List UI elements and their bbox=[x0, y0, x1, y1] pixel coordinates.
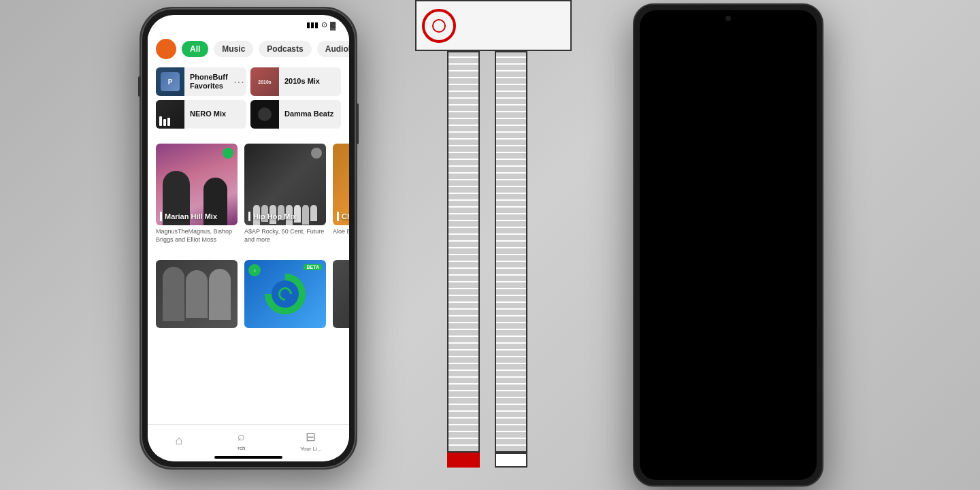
mix-thumbnail: Chill bbox=[333, 144, 349, 225]
battery-fill-pattern bbox=[448, 52, 478, 451]
playlist-thumbnail: ♪ BETA bbox=[244, 260, 326, 328]
timer-icon bbox=[422, 9, 456, 43]
battery-base-left bbox=[447, 453, 480, 468]
daily-icon-inner bbox=[272, 280, 299, 308]
status-icons: ▮▮▮ ⊙ ▓ bbox=[306, 20, 336, 29]
recent-grid: P PhoneBuffFavorites ⋯ 2010s 2010s Mix bbox=[148, 65, 349, 134]
title-bar-accent bbox=[337, 212, 339, 221]
mix-title-bar: Hip Hop Mix bbox=[248, 212, 322, 221]
right-device-label bbox=[919, 0, 980, 490]
battery-meter-left: // Generate segments via JS after render bbox=[446, 51, 481, 468]
mix-label-overlay: Marian Hill Mix bbox=[160, 212, 233, 221]
beta-badge: BETA bbox=[304, 264, 322, 270]
list-item[interactable]: Chill Aloe Bla... Kav Verh... bbox=[333, 144, 349, 244]
playlist-thumbnail: P bbox=[156, 67, 184, 96]
mix-title: Chill bbox=[342, 212, 349, 220]
mix-artists: Aloe Bla... Kav Verh... bbox=[333, 225, 349, 236]
playlist-thumbnail bbox=[250, 100, 279, 129]
battery-zero-label bbox=[496, 454, 526, 466]
list-item[interactable]: 2010s 2010s Mix bbox=[250, 67, 341, 96]
battery-body-right bbox=[495, 51, 527, 453]
left-device-label bbox=[0, 0, 61, 490]
mix-label-overlay: Chill bbox=[337, 212, 349, 221]
spotify-logo: ♪ bbox=[248, 264, 261, 276]
search-icon: ⌕ bbox=[238, 429, 245, 444]
home-icon: ⌂ bbox=[175, 434, 182, 448]
nav-home[interactable]: ⌂ bbox=[175, 434, 182, 448]
title-bar-accent bbox=[160, 212, 162, 221]
list-item[interactable]: ♪ BETA bbox=[244, 260, 326, 328]
made-for-list: ♪ BETA 🎵 bbox=[148, 260, 349, 328]
bottom-navigation: ⌂ ⌕ rch ⊟ Your Li... bbox=[148, 424, 349, 461]
playlist-thumbnail bbox=[156, 100, 184, 129]
top-mixes-list: Marian Hill Mix MagnusTheMagnus, Bishop … bbox=[148, 144, 349, 250]
iphone-device: ▮▮▮ ⊙ ▓ All Music Podcasts Audiobooks bbox=[140, 7, 357, 470]
list-item[interactable]: 🎵 Daily... bbox=[333, 260, 349, 328]
mix-artists: A$AP Rocky, 50 Cent, Future and more bbox=[244, 225, 326, 244]
playlist-name: Damma Beatz bbox=[279, 110, 339, 118]
more-icon[interactable]: ⋯ bbox=[233, 76, 246, 88]
nav-search[interactable]: ⌕ rch bbox=[238, 429, 245, 451]
battery-meters: // Generate segments via JS after render bbox=[446, 51, 529, 468]
home-indicator-bar bbox=[214, 456, 282, 459]
timer-widget bbox=[415, 0, 572, 51]
battery-red-base bbox=[447, 453, 480, 468]
wifi-icon: ⊙ bbox=[321, 20, 327, 29]
samsung-side-button bbox=[822, 127, 823, 168]
playlist-name: NERO Mix bbox=[184, 110, 231, 118]
iphone-screen: ▮▮▮ ⊙ ▓ All Music Podcasts Audiobooks bbox=[148, 15, 349, 461]
nav-library[interactable]: ⊟ Your Li... bbox=[300, 429, 321, 452]
list-item[interactable]: Hip Hop Mix A$AP Rocky, 50 Cent, Future … bbox=[244, 144, 326, 244]
signal-icon: ▮▮▮ bbox=[306, 20, 318, 29]
playlist-name: 2010s Mix bbox=[279, 77, 325, 86]
battery-fill-pattern bbox=[496, 52, 526, 451]
mix-title-bar: Marian Hill Mix bbox=[160, 212, 233, 221]
filter-music-button[interactable]: Music bbox=[214, 41, 253, 57]
mix-label-overlay: Hip Hop Mix bbox=[248, 212, 322, 221]
section-made-for-header bbox=[148, 250, 349, 260]
iphone-container: ▮▮▮ ⊙ ▓ All Music Podcasts Audiobooks bbox=[61, 0, 436, 490]
app-content: All Music Podcasts Audiobooks P PhoneBuf… bbox=[148, 32, 349, 457]
nav-label: rch bbox=[238, 445, 245, 451]
filter-podcasts-button[interactable]: Podcasts bbox=[259, 41, 311, 57]
battery-base-right bbox=[495, 453, 527, 468]
playlist-name: PhoneBuffFavorites bbox=[184, 73, 233, 91]
daily-mix-icon bbox=[265, 274, 306, 314]
list-item[interactable]: Marian Hill Mix MagnusTheMagnus, Bishop … bbox=[156, 144, 238, 244]
section-top-mixes-header bbox=[148, 134, 349, 144]
playlist-thumbnail: 2010s bbox=[250, 67, 279, 96]
nav-label: Your Li... bbox=[300, 446, 321, 452]
mix-artists: MagnusTheMagnus, Bishop Briggs and Ellio… bbox=[156, 225, 238, 244]
mix-title: Marian Hill Mix bbox=[165, 212, 217, 220]
samsung-front-camera bbox=[725, 16, 731, 21]
list-item[interactable]: P PhoneBuffFavorites ⋯ bbox=[156, 67, 246, 96]
iphone-volume-button bbox=[138, 76, 141, 97]
library-icon: ⊟ bbox=[306, 429, 316, 444]
spotify-dot bbox=[223, 148, 233, 159]
mix-thumbnail: Hip Hop Mix bbox=[244, 144, 326, 225]
user-avatar[interactable] bbox=[156, 39, 176, 59]
playlist-thumbnail bbox=[156, 260, 238, 328]
filter-all-button[interactable]: All bbox=[182, 41, 208, 57]
mix-title: Hip Hop Mix bbox=[253, 212, 297, 220]
list-item[interactable]: NERO Mix bbox=[156, 100, 246, 129]
timer-display bbox=[461, 24, 482, 27]
title-bar-accent bbox=[248, 212, 250, 221]
playlist-thumbnail: 🎵 Daily... bbox=[333, 260, 349, 328]
samsung-container bbox=[609, 0, 847, 490]
status-bar: ▮▮▮ ⊙ ▓ bbox=[148, 15, 349, 32]
iphone-power-button bbox=[356, 103, 359, 144]
battery-body-left: // Generate segments via JS after render bbox=[447, 51, 480, 453]
filter-audiobooks-button[interactable]: Audiobooks bbox=[317, 41, 349, 57]
filter-row: All Music Podcasts Audiobooks bbox=[148, 32, 349, 65]
samsung-device bbox=[633, 3, 823, 487]
samsung-screen bbox=[640, 10, 817, 480]
mix-title-bar: Chill bbox=[337, 212, 349, 221]
list-item[interactable]: Damma Beatz bbox=[250, 100, 341, 129]
mix-dot bbox=[311, 148, 322, 159]
battery-icon: ▓ bbox=[330, 21, 336, 29]
list-item[interactable] bbox=[156, 260, 238, 328]
mix-thumbnail: Marian Hill Mix bbox=[156, 144, 238, 225]
battery-meter-right bbox=[493, 51, 529, 468]
